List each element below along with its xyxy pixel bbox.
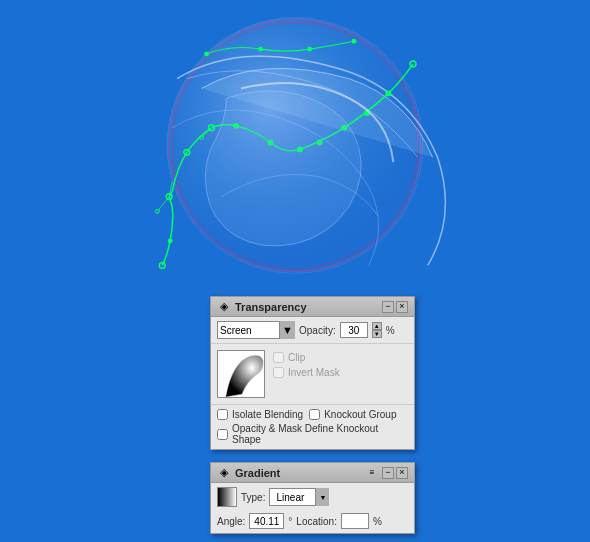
isolate-row: Isolate Blending Knockout Group bbox=[217, 409, 408, 420]
opacity-input[interactable] bbox=[340, 322, 368, 338]
gradient-panel-minimize[interactable]: − bbox=[382, 467, 394, 479]
angle-input[interactable] bbox=[249, 513, 284, 529]
invert-mask-checkbox[interactable] bbox=[273, 367, 284, 378]
knockout-group-checkbox[interactable] bbox=[309, 409, 320, 420]
svg-point-24 bbox=[352, 39, 357, 44]
svg-point-21 bbox=[204, 52, 209, 57]
type-label: Type: bbox=[241, 492, 265, 503]
opacity-mask-checkbox[interactable] bbox=[217, 429, 228, 440]
transparency-panel-icon: ◈ bbox=[217, 300, 231, 314]
thumbnail-row: Clip Invert Mask bbox=[211, 344, 414, 404]
clip-checkbox[interactable] bbox=[273, 352, 284, 363]
transparency-controls-row: Screen Normal Multiply Overlay ▼ Opacity… bbox=[211, 317, 414, 344]
gradient-panel-header: ◈ Gradient ≡ − × bbox=[211, 463, 414, 483]
location-label: Location: bbox=[296, 516, 337, 527]
blend-mode-select[interactable]: Screen Normal Multiply Overlay bbox=[217, 321, 295, 339]
svg-point-12 bbox=[385, 90, 391, 96]
opacity-increment[interactable]: ▲ bbox=[372, 322, 382, 330]
clip-label: Clip bbox=[288, 352, 305, 363]
transparency-panel-title: Transparency bbox=[235, 301, 307, 313]
gradient-thumbnail bbox=[217, 487, 237, 507]
location-percent: % bbox=[373, 516, 382, 527]
gradient-panel-title: Gradient bbox=[235, 467, 280, 479]
transparency-panel-header: ◈ Transparency − × bbox=[211, 297, 414, 317]
angle-label: Angle: bbox=[217, 516, 245, 527]
clip-options: Clip Invert Mask bbox=[273, 350, 340, 378]
isolate-blending-checkbox[interactable] bbox=[217, 409, 228, 420]
opacity-stepper: ▲ ▼ bbox=[372, 322, 382, 338]
gradient-panel-icon: ◈ bbox=[217, 466, 231, 480]
svg-point-19 bbox=[168, 238, 173, 243]
svg-point-22 bbox=[258, 47, 263, 52]
knockout-group-label: Knockout Group bbox=[324, 409, 396, 420]
blend-mode-wrapper: Screen Normal Multiply Overlay ▼ bbox=[217, 321, 295, 339]
opacity-mask-label: Opacity & Mask Define Knockout Shape bbox=[232, 423, 408, 445]
location-input[interactable] bbox=[341, 513, 369, 529]
transparency-panel: ◈ Transparency − × Screen Normal Multipl… bbox=[210, 296, 415, 450]
isolate-blending-label: Isolate Blending bbox=[232, 409, 303, 420]
svg-line-14 bbox=[157, 197, 169, 212]
gradient-type-row: Type: Linear Radial ▼ bbox=[211, 483, 414, 511]
gradient-panel: ◈ Gradient ≡ − × Type: Linear Radial ▼ A… bbox=[210, 462, 415, 534]
gradient-panel-menu[interactable]: ≡ bbox=[364, 467, 380, 479]
opacity-decrement[interactable]: ▼ bbox=[372, 330, 382, 338]
invert-mask-label: Invert Mask bbox=[288, 367, 340, 378]
gradient-type-wrapper: Linear Radial ▼ bbox=[269, 488, 329, 506]
transparency-panel-minimize[interactable]: − bbox=[382, 301, 394, 313]
transparency-panel-close[interactable]: × bbox=[396, 301, 408, 313]
opacity-label: Opacity: bbox=[299, 325, 336, 336]
gradient-type-select[interactable]: Linear Radial bbox=[269, 488, 329, 506]
gradient-panel-close[interactable]: × bbox=[396, 467, 408, 479]
opacity-percent: % bbox=[386, 325, 395, 336]
svg-point-23 bbox=[307, 47, 312, 52]
angle-row: Angle: ° Location: % bbox=[211, 511, 414, 533]
mask-thumbnail bbox=[217, 350, 265, 398]
canvas-area bbox=[0, 0, 590, 290]
degree-symbol: ° bbox=[288, 516, 292, 527]
bottom-checkboxes: Isolate Blending Knockout Group Opacity … bbox=[211, 404, 414, 449]
